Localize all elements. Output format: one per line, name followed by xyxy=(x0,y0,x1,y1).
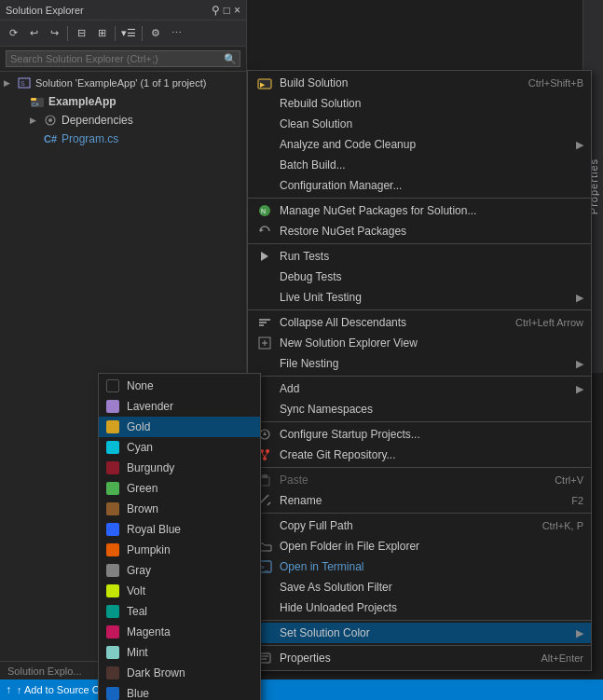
cm-nesting-icon xyxy=(255,354,274,373)
cm-new-view[interactable]: New Solution Explorer View xyxy=(248,333,591,353)
cm-sep6 xyxy=(248,467,591,468)
cs-none[interactable]: None xyxy=(99,376,260,396)
cs-cyan[interactable]: Cyan xyxy=(99,437,260,458)
cs-swatch-volt xyxy=(106,584,119,597)
cm-copypath-shortcut: Ctrl+K, P xyxy=(542,520,583,531)
cm-set-solution-color[interactable]: Set Solution Color ▶ xyxy=(248,623,591,643)
se-forward-icon[interactable]: ↪ xyxy=(45,24,63,43)
cs-volt[interactable]: Volt xyxy=(99,581,260,601)
cm-open-folder[interactable]: Open Folder in File Explorer xyxy=(248,536,591,556)
se-sync-icon[interactable]: ⟳ xyxy=(4,24,22,43)
cm-hide-unloaded[interactable]: Hide Unloaded Projects xyxy=(248,597,591,618)
cs-label-brown: Brown xyxy=(127,502,158,515)
cm-nesting-arrow: ▶ xyxy=(576,358,583,370)
cm-collapse-shortcut: Ctrl+Left Arrow xyxy=(515,317,583,328)
cm-copypath-label: Copy Full Path xyxy=(280,519,524,532)
tree-item-program[interactable]: C# Program.cs xyxy=(0,130,246,148)
cs-teal[interactable]: Teal xyxy=(99,601,260,622)
cm-analyze-label: Analyze and Code Cleanup xyxy=(280,138,572,151)
cm-configure-startup[interactable]: Configure Startup Projects... xyxy=(248,424,591,445)
cm-paste-label: Paste xyxy=(280,474,536,487)
cs-gold[interactable]: Gold xyxy=(99,417,260,437)
tree-item-dependencies[interactable]: ▶ Dependencies xyxy=(0,111,246,130)
cs-swatch-gold xyxy=(106,420,119,433)
cs-mint[interactable]: Mint xyxy=(99,642,260,663)
svg-rect-26 xyxy=(262,474,267,478)
cm-copy-path[interactable]: Copy Full Path Ctrl+K, P xyxy=(248,515,591,536)
search-icon: 🔍 xyxy=(224,53,237,65)
cm-config-label: Configuration Manager... xyxy=(280,179,583,192)
se-pin-icon[interactable]: ⚲ xyxy=(212,4,220,17)
cs-green[interactable]: Green xyxy=(99,478,260,499)
cs-lavender[interactable]: Lavender xyxy=(99,396,260,417)
se-filter-icon[interactable]: ▾☰ xyxy=(119,24,138,43)
solution-explorer-titlebar: Solution Explorer ⚲ □ × xyxy=(0,0,246,21)
cm-paste[interactable]: Paste Ctrl+V xyxy=(248,470,591,490)
cm-collapse-all[interactable]: Collapse All Descendants Ctrl+Left Arrow xyxy=(248,312,591,333)
cs-label-magenta: Magenta xyxy=(127,625,171,638)
cs-darkbrown[interactable]: Dark Brown xyxy=(99,663,260,683)
cm-build-solution[interactable]: ▶ Build Solution Ctrl+Shift+B xyxy=(248,73,591,93)
cs-royalblue[interactable]: Royal Blue xyxy=(99,519,260,540)
cm-liveunit-label: Live Unit Testing xyxy=(280,291,572,304)
se-back-icon[interactable]: ↩ xyxy=(24,24,43,43)
solution-explorer-tree: ▶ S Solution 'ExampleApp' (1 of 1 projec… xyxy=(0,72,246,150)
cm-rebuild-solution[interactable]: Rebuild Solution xyxy=(248,93,591,114)
cm-collapse-icon xyxy=(255,313,274,332)
se-expand-icon[interactable]: ⊞ xyxy=(92,24,111,43)
cs-blue[interactable]: Blue xyxy=(99,683,260,700)
se-menu-icon[interactable]: ⋯ xyxy=(167,24,185,43)
cs-pumpkin[interactable]: Pumpkin xyxy=(99,540,260,560)
cs-burgundy[interactable]: Burgundy xyxy=(99,458,260,478)
cs-label-green: Green xyxy=(127,482,158,495)
cm-rename-label: Rename xyxy=(280,494,553,507)
cm-savefilter-label: Save As Solution Filter xyxy=(280,581,583,594)
se-settings-icon[interactable]: ⚙ xyxy=(146,24,165,43)
cm-clean-label: Clean Solution xyxy=(280,117,583,130)
cm-create-git[interactable]: Create Git Repository... xyxy=(248,445,591,465)
se-maximize-icon[interactable]: □ xyxy=(224,4,230,17)
cm-restore-nuget[interactable]: Restore NuGet Packages xyxy=(248,221,591,241)
cm-save-filter[interactable]: Save As Solution Filter xyxy=(248,577,591,597)
cm-analyze[interactable]: Analyze and Code Cleanup ▶ xyxy=(248,134,591,155)
cm-newview-icon xyxy=(255,334,274,352)
cm-liveunit-icon xyxy=(255,288,274,307)
cm-config-manager[interactable]: Configuration Manager... xyxy=(248,175,591,196)
se-collapse-icon[interactable]: ⊟ xyxy=(72,24,90,43)
cs-brown[interactable]: Brown xyxy=(99,499,260,519)
cs-magenta[interactable]: Magenta xyxy=(99,622,260,642)
cm-nuget[interactable]: N Manage NuGet Packages for Solution... xyxy=(248,200,591,221)
cm-batch-build[interactable]: Batch Build... xyxy=(248,155,591,175)
search-input[interactable] xyxy=(6,50,240,67)
cm-rename-shortcut: F2 xyxy=(571,495,583,506)
cm-sync-ns[interactable]: Sync Namespaces xyxy=(248,399,591,419)
cm-file-nesting[interactable]: File Nesting ▶ xyxy=(248,353,591,374)
cm-run-tests[interactable]: Run Tests xyxy=(248,246,591,267)
cm-add-label: Add xyxy=(280,382,572,395)
se-close-icon[interactable]: × xyxy=(234,4,240,17)
cm-debug-tests[interactable]: Debug Tests xyxy=(248,267,591,287)
cs-gray[interactable]: Gray xyxy=(99,560,260,581)
cs-label-gold: Gold xyxy=(127,420,150,433)
cm-liveunit-arrow: ▶ xyxy=(576,292,583,304)
cm-add[interactable]: Add ▶ xyxy=(248,378,591,399)
cs-label-cyan: Cyan xyxy=(127,441,153,454)
cm-open-terminal[interactable]: >_ Open in Terminal xyxy=(248,556,591,577)
cm-sep7 xyxy=(248,513,591,514)
tree-item-project[interactable]: C# ExampleApp xyxy=(0,92,246,111)
cm-properties[interactable]: Properties Alt+Enter xyxy=(248,648,591,668)
tree-item-solution[interactable]: ▶ S Solution 'ExampleApp' (1 of 1 projec… xyxy=(0,74,246,92)
cs-swatch-burgundy xyxy=(106,461,119,474)
svg-text:S: S xyxy=(21,80,25,87)
cm-rebuild-label: Rebuild Solution xyxy=(280,97,583,110)
cm-live-unit[interactable]: Live Unit Testing ▶ xyxy=(248,287,591,308)
cm-runtest-label: Run Tests xyxy=(280,250,583,263)
cm-batch-label: Batch Build... xyxy=(280,158,583,172)
cs-swatch-teal xyxy=(106,605,119,618)
svg-rect-25 xyxy=(260,477,269,486)
tree-label-program: Program.cs xyxy=(62,132,118,145)
cm-rename[interactable]: Rename F2 xyxy=(248,490,591,511)
tree-label-solution: Solution 'ExampleApp' (1 of 1 project) xyxy=(35,77,206,89)
cs-swatch-cyan xyxy=(106,441,119,454)
cm-clean-solution[interactable]: Clean Solution xyxy=(248,114,591,134)
